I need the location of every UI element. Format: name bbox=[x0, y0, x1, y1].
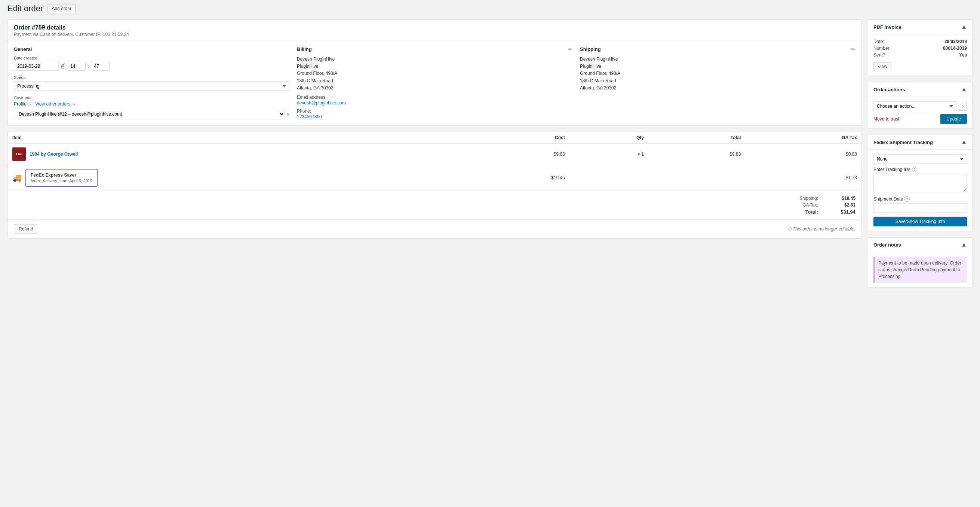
items-card: Item Cost Qty Total GA Tax 1984 bbox=[8, 132, 862, 239]
product-link[interactable]: 1984 by George Orwell bbox=[30, 151, 78, 157]
items-table: Item Cost Qty Total GA Tax 1984 bbox=[8, 132, 861, 191]
fedex-tracking-widget: FedEx Shipment Tracking ▲ None Enter Tra… bbox=[868, 135, 972, 231]
col-item: Item bbox=[8, 132, 460, 143]
order-note: Payment to be made upon delivery. Order … bbox=[873, 257, 967, 283]
shipping-title: Shipping bbox=[580, 46, 856, 52]
save-tracking-button[interactable]: Save/Show Tracking Info bbox=[873, 217, 967, 226]
order-notes-body: Payment to be made upon delivery. Order … bbox=[868, 252, 972, 287]
fedex-tracking-body: None Enter Tracking IDs ? Shipment Date … bbox=[868, 150, 972, 231]
general-title: General bbox=[14, 46, 290, 52]
minute-input[interactable] bbox=[92, 62, 110, 71]
pdf-invoice-toggle-icon: ▲ bbox=[961, 24, 967, 30]
ga-tax-label: GA Tax: bbox=[788, 202, 818, 208]
shipping-address: Devesh PluginHive PluginHive Ground Floo… bbox=[580, 56, 856, 92]
pdf-invoice-header[interactable]: PDF Invoice ▲ bbox=[868, 20, 972, 34]
pdf-view-button[interactable]: View bbox=[873, 62, 891, 71]
pdf-number-value: 00014-2019 bbox=[943, 46, 967, 51]
run-action-button[interactable]: › bbox=[959, 102, 967, 111]
fedex-tracking-title: FedEx Shipment Tracking bbox=[873, 140, 933, 145]
clear-customer-icon[interactable]: × bbox=[286, 112, 290, 117]
billing-edit-icon[interactable]: ✏ bbox=[568, 46, 573, 53]
col-ga-tax: GA Tax bbox=[745, 132, 861, 143]
col-total: Total bbox=[648, 132, 745, 143]
shipment-date-help-icon[interactable]: ? bbox=[904, 196, 910, 202]
tracking-ids-help-icon[interactable]: ? bbox=[912, 167, 917, 172]
order-notes-header[interactable]: Order notes ▲ bbox=[868, 238, 972, 252]
status-select[interactable]: Processing bbox=[14, 81, 290, 91]
billing-section: Billing ✏ Devesh PluginHive PluginHive G… bbox=[297, 46, 573, 120]
order-actions-body: Choose an action... › Move to trash Upda… bbox=[868, 97, 972, 128]
pdf-sent-label: Sent? bbox=[873, 53, 885, 57]
pdf-date-value: 29/03/2019 bbox=[945, 39, 967, 44]
shipping-section: Shipping ✏ Devesh PluginHive PluginHive … bbox=[580, 46, 856, 120]
fedex-service-select[interactable]: None bbox=[873, 154, 967, 164]
shipment-date-input[interactable] bbox=[873, 203, 967, 213]
billing-address: Devesh PluginHive PluginHive Ground Floo… bbox=[297, 56, 573, 92]
grand-total-value: $31.94 bbox=[833, 209, 856, 215]
profile-link[interactable]: Profile → bbox=[14, 101, 32, 107]
fedex-tracking-header[interactable]: FedEx Shipment Tracking ▲ bbox=[868, 135, 972, 150]
ga-tax-row: GA Tax: $2.61 bbox=[788, 202, 856, 208]
order-actions-toggle-icon: ▲ bbox=[961, 86, 967, 93]
product-thumbnail: 1984 bbox=[12, 147, 26, 161]
ga-tax-value: $2.61 bbox=[833, 202, 856, 208]
pdf-invoice-title: PDF Invoice bbox=[873, 24, 901, 30]
order-actions-header[interactable]: Order actions ▲ bbox=[868, 82, 972, 97]
pdf-invoice-widget: PDF Invoice ▲ Date: 29/03/2019 Number: 0… bbox=[868, 19, 972, 76]
order-subtitle: Payment via Cash on delivery. Customer I… bbox=[14, 32, 856, 37]
date-label: Date created: bbox=[14, 56, 290, 60]
status-label: Status: bbox=[14, 75, 290, 80]
product-total: $9.88 bbox=[648, 143, 745, 165]
totals-section: Shipping: $19.45 GA Tax: $2.61 Total: $3… bbox=[8, 191, 861, 219]
order-title: Order #759 details bbox=[14, 24, 856, 31]
shipping-edit-icon[interactable]: ✏ bbox=[851, 46, 856, 53]
shipping-method-name: FedEx Express Saver bbox=[31, 172, 92, 178]
action-select[interactable]: Choose an action... bbox=[873, 101, 956, 111]
update-button[interactable]: Update bbox=[940, 114, 967, 124]
col-cost: Cost bbox=[460, 132, 569, 143]
tracking-ids-input[interactable] bbox=[873, 174, 967, 192]
shipment-date-label: Shipment Date ? bbox=[873, 196, 967, 202]
view-other-orders-link[interactable]: View other orders → bbox=[35, 101, 76, 107]
shipping-method-meta: fedex_delivery_time: April 3, 2019 bbox=[31, 179, 92, 183]
order-notes-widget: Order notes ▲ Payment to be made upon de… bbox=[868, 237, 972, 288]
phone-label: Phone: bbox=[297, 108, 573, 114]
billing-phone[interactable]: 1234567890 bbox=[297, 114, 322, 120]
at-symbol: @ bbox=[61, 64, 65, 69]
billing-title: Billing bbox=[297, 46, 573, 52]
product-cell: 1984 1984 by George Orwell bbox=[12, 147, 456, 161]
hour-input[interactable] bbox=[68, 62, 86, 71]
move-to-trash-link[interactable]: Move to trash bbox=[873, 116, 901, 121]
table-row: 🚚 FedEx Express Saver fedex_delivery_tim… bbox=[8, 165, 861, 191]
shipping-ga-tax: $1.73 bbox=[745, 165, 861, 191]
page-title: Edit order bbox=[8, 4, 43, 13]
time-colon: : bbox=[88, 64, 89, 69]
add-order-button[interactable]: Add order bbox=[48, 4, 76, 13]
refund-button[interactable]: Refund bbox=[14, 224, 38, 234]
col-qty: Qty bbox=[570, 132, 648, 143]
order-notes-toggle-icon: ▲ bbox=[961, 241, 967, 248]
order-details-card: Order #759 details Payment via Cash on d… bbox=[8, 19, 862, 126]
table-row: 1984 1984 by George Orwell $9.88 × 1 $9.… bbox=[8, 143, 861, 165]
billing-email[interactable]: devesh@pluginhive.com bbox=[297, 100, 346, 105]
shipping-total-value: $19.45 bbox=[833, 196, 856, 201]
pdf-number-label: Number: bbox=[873, 46, 891, 51]
order-details-header: Order #759 details Payment via Cash on d… bbox=[8, 20, 861, 40]
date-input[interactable] bbox=[14, 62, 59, 71]
tracking-ids-label: Enter Tracking IDs ? bbox=[873, 167, 967, 172]
grand-total-row: Total: $31.94 bbox=[788, 209, 856, 215]
order-actions-title: Order actions bbox=[873, 87, 905, 92]
customer-select[interactable]: Devesh PluginHive (#12 – devesh@pluginhi… bbox=[14, 109, 285, 120]
product-ga-tax: $0.88 bbox=[745, 143, 861, 165]
shipping-total-row: Shipping: $19.45 bbox=[788, 196, 856, 201]
product-cost: $9.88 bbox=[460, 143, 569, 165]
sidebar: PDF Invoice ▲ Date: 29/03/2019 Number: 0… bbox=[868, 19, 972, 294]
shipping-method-box: FedEx Express Saver fedex_delivery_time:… bbox=[25, 169, 98, 187]
order-notes-title: Order notes bbox=[873, 242, 901, 248]
product-qty: × 1 bbox=[570, 143, 648, 165]
email-label: Email address: bbox=[297, 95, 573, 100]
order-actions-widget: Order actions ▲ Choose an action... › Mo… bbox=[868, 82, 972, 129]
pdf-date-label: Date: bbox=[873, 39, 884, 44]
general-section: General Date created: @ : Status: bbox=[14, 46, 290, 120]
shipping-truck-icon: 🚚 bbox=[12, 173, 22, 182]
